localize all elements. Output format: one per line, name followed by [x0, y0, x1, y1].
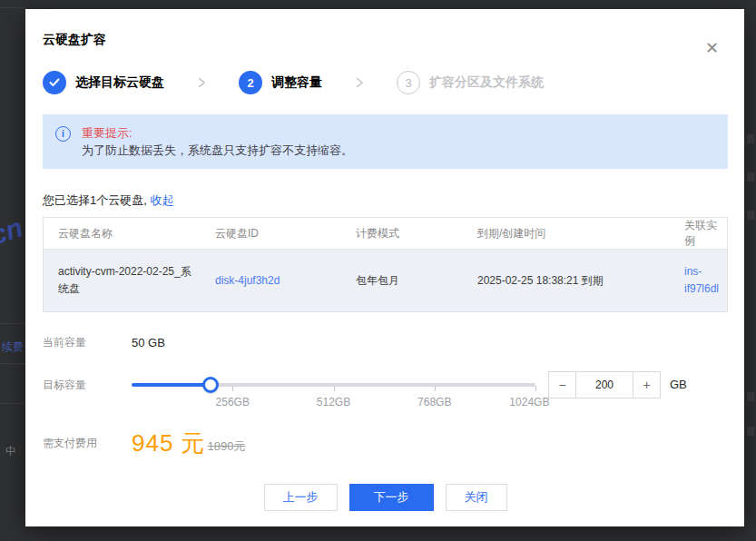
cell-billing-mode: 包年包月	[341, 250, 463, 312]
target-capacity-row: 目标容量 256GB 512GB 768GB 1024GB − + GB	[43, 371, 728, 398]
instance-id-link[interactable]: ins-if97l6dl	[684, 265, 719, 295]
background-fragment	[747, 134, 754, 143]
cell-expire-time: 2025-02-25 18:38:21 到期	[463, 250, 670, 312]
dialog-footer: 上一步 下一步 关闭	[43, 484, 728, 511]
header-expire-time: 到期/创建时间	[463, 218, 670, 250]
background-divider	[0, 323, 25, 324]
step-3-label: 扩容分区及文件系统	[429, 74, 544, 91]
fee-original-price: 1890元	[208, 437, 246, 457]
header-instance: 关联实例	[670, 218, 727, 250]
chevron-right-icon	[356, 77, 363, 88]
header-disk-id: 云硬盘ID	[201, 218, 341, 250]
step-wizard: 选择目标云硬盘 2 调整容量 3 扩容分区及文件系统	[43, 71, 728, 94]
slider-tick	[435, 386, 436, 391]
table-row: activity-cvm-2022-02-25_系统盘 disk-4juf3h2…	[44, 250, 727, 312]
background-fragment	[747, 427, 754, 436]
header-disk-name: 云硬盘名称	[44, 218, 201, 250]
background-fragment	[747, 392, 754, 401]
background-watermark: cn	[0, 211, 26, 251]
current-capacity-row: 当前容量 50 GB	[43, 335, 728, 350]
step-2-circle-active: 2	[239, 71, 262, 94]
disk-expand-dialog: 云硬盘扩容 ✕ 选择目标云硬盘 2 调整容量 3 扩容分区及文件系统 i 重要提…	[25, 9, 744, 526]
step-2-label: 调整容量	[271, 74, 322, 91]
fee-amount: 945 元	[132, 429, 206, 457]
step-3-circle-pending: 3	[397, 71, 420, 94]
header-billing-mode: 计费模式	[341, 218, 463, 250]
chevron-right-icon	[198, 77, 205, 88]
slider-fill	[132, 383, 211, 387]
slider-tick	[334, 386, 335, 391]
minus-button[interactable]: −	[549, 372, 576, 398]
disk-id-link[interactable]: disk-4juf3h2d	[215, 274, 280, 287]
capacity-input[interactable]	[576, 372, 633, 398]
background-divider	[0, 403, 25, 404]
alert-body: 为了防止数据丢失，系统盘只支持扩容不支持缩容。	[82, 142, 353, 159]
step-1-circle-done	[43, 71, 66, 94]
step-1-label: 选择目标云硬盘	[75, 74, 164, 91]
background-status-text: 中	[5, 444, 16, 459]
slider-tick	[535, 386, 536, 391]
prev-step-button[interactable]: 上一步	[264, 484, 338, 511]
close-icon[interactable]: ✕	[705, 40, 719, 56]
background-fragment	[747, 211, 754, 220]
slider-mark-1024: 1024GB	[509, 396, 549, 408]
slider-mark-768: 768GB	[417, 396, 451, 408]
info-icon: i	[55, 126, 71, 142]
selected-disk-table: 云硬盘名称 云硬盘ID 计费模式 到期/创建时间 关联实例 activity-c…	[43, 217, 728, 312]
collapse-link[interactable]: 收起	[150, 193, 173, 207]
slider-mark-256: 256GB	[216, 396, 250, 408]
fee-label: 需支付费用	[43, 436, 132, 451]
background-fragment	[747, 172, 754, 182]
capacity-stepper: − +	[548, 371, 661, 398]
dialog-title: 云硬盘扩容	[43, 31, 728, 47]
target-capacity-label: 目标容量	[43, 371, 132, 398]
background-divider	[0, 363, 25, 364]
cell-disk-name: activity-cvm-2022-02-25_系统盘	[44, 250, 201, 312]
important-notice-alert: i 重要提示: 为了防止数据丢失，系统盘只支持扩容不支持缩容。	[43, 114, 728, 169]
background-renew-link: 续费	[2, 339, 25, 355]
alert-content: 重要提示: 为了防止数据丢失，系统盘只支持扩容不支持缩容。	[82, 124, 353, 159]
capacity-slider[interactable]: 256GB 512GB 768GB 1024GB	[132, 371, 535, 398]
fee-row: 需支付费用 945 元 1890元	[43, 429, 728, 457]
capacity-unit-label: GB	[670, 371, 687, 398]
selection-summary: 您已选择1个云硬盘, 收起	[43, 192, 728, 209]
selection-text: 您已选择1个云硬盘,	[43, 193, 147, 207]
slider-handle[interactable]	[202, 377, 219, 393]
table-header-row: 云硬盘名称 云硬盘ID 计费模式 到期/创建时间 关联实例	[44, 218, 727, 250]
plus-button[interactable]: +	[633, 372, 660, 398]
slider-tick	[232, 386, 233, 391]
slider-mark-512: 512GB	[317, 396, 350, 408]
current-capacity-value: 50 GB	[132, 336, 165, 349]
background-divider	[0, 7, 25, 8]
check-icon	[49, 78, 60, 87]
next-step-button[interactable]: 下一步	[349, 484, 434, 511]
alert-title: 重要提示:	[82, 124, 353, 142]
current-capacity-label: 当前容量	[43, 335, 132, 350]
close-button[interactable]: 关闭	[446, 484, 507, 511]
